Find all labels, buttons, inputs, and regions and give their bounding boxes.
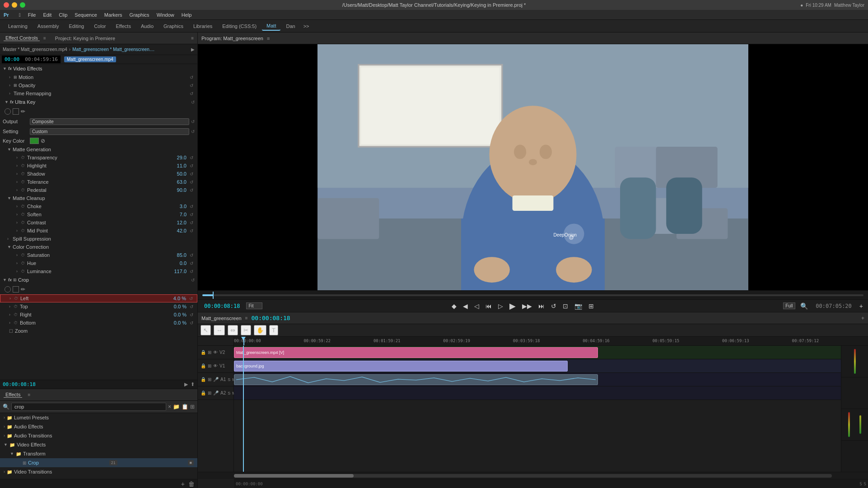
pedestal-stopwatch[interactable]: ⏱ [21, 188, 26, 192]
menu-help[interactable]: Help [182, 12, 192, 18]
contrast-reset[interactable]: ↺ [188, 220, 195, 225]
zoom-in-button[interactable]: 🔍 [799, 302, 809, 310]
shadow-stopwatch[interactable]: ⏱ [21, 172, 26, 176]
top-reset[interactable]: ↺ [188, 304, 195, 309]
matte-cleanup-toggle[interactable]: ▼ [7, 196, 12, 200]
tab-dan[interactable]: Dan [281, 22, 299, 30]
tab-matt[interactable]: Matt [262, 22, 280, 31]
tab-color[interactable]: Color [89, 22, 110, 30]
v2-lock-icon[interactable]: 🔒 [201, 350, 206, 355]
find-icon[interactable]: ⊞ [190, 404, 195, 410]
luminance-stopwatch[interactable]: ⏱ [21, 269, 26, 274]
tolerance-stopwatch[interactable]: ⏱ [21, 180, 26, 184]
tool-rolling[interactable]: ⇔ [228, 325, 238, 335]
time-remap-reset[interactable]: ↺ [188, 91, 195, 96]
bottom-value[interactable]: 0.0 % [159, 320, 187, 325]
clear-search-button[interactable]: × [168, 404, 171, 410]
clip-badge[interactable]: Matt_greenscreen.mp4 [64, 56, 116, 62]
tolerance-reset[interactable]: ↺ [188, 180, 195, 185]
play-button[interactable]: ▶ [508, 301, 517, 311]
spill-sup-section[interactable]: › Spill Suppression [0, 235, 197, 243]
motion-toggle[interactable]: › [9, 75, 14, 79]
fit-selector[interactable]: Fit25%50%100% [246, 302, 262, 309]
step-fwd-1-button[interactable]: ▷ [497, 302, 504, 310]
h-scrollbar[interactable] [234, 474, 832, 478]
tool-razor[interactable]: ✂ [241, 325, 251, 335]
play-fwd-button[interactable]: ▶▶ [521, 302, 533, 310]
saturation-value[interactable]: 85.0 [159, 252, 187, 258]
square-shape[interactable] [13, 108, 19, 115]
shadow-toggle[interactable]: › [16, 172, 21, 176]
shadow-reset[interactable]: ↺ [188, 172, 195, 177]
audio-effects-folder[interactable]: › 📁 Audio Effects [0, 422, 197, 431]
tab-audio[interactable]: Audio [136, 22, 158, 30]
ec-export-button[interactable]: ⬆ [191, 381, 195, 387]
choke-toggle[interactable]: › [16, 204, 21, 209]
spill-sup-toggle[interactable]: › [7, 237, 12, 241]
transparency-toggle[interactable]: › [16, 155, 21, 160]
opacity-row[interactable]: › ⊞ Opacity ↺ [0, 81, 197, 89]
v2-sync-icon[interactable]: ⊞ [208, 350, 211, 355]
tab-graphics[interactable]: Graphics [159, 22, 188, 30]
highlight-value[interactable]: 11.0 [159, 163, 187, 168]
ec-play-button[interactable]: ▶ [184, 381, 188, 387]
transparency-stopwatch[interactable]: ⏱ [21, 155, 26, 160]
pedestal-value[interactable]: 90.0 [159, 187, 187, 193]
play-icon[interactable]: ▶ [191, 47, 195, 52]
tab-editing[interactable]: Editing [65, 22, 89, 30]
choke-reset[interactable]: ↺ [188, 204, 195, 209]
timeline-timecode[interactable]: 00:00:08:18 [252, 315, 290, 321]
hue-toggle[interactable]: › [16, 261, 21, 265]
top-stopwatch[interactable]: ⏱ [14, 304, 19, 309]
effects-add-button[interactable]: + [181, 480, 185, 488]
transparency-value[interactable]: 29.0 [159, 155, 187, 160]
matte-cleanup-section[interactable]: ▼ Matte Cleanup [0, 194, 197, 202]
bottom-reset[interactable]: ↺ [188, 321, 195, 325]
time-remap-row[interactable]: › Time Remapping ↺ [0, 89, 197, 98]
source-clip-name[interactable]: Matt_greenscreen * Matt_greenscreen.... [72, 47, 154, 52]
a1-mic-icon[interactable]: 🎤 [213, 377, 219, 382]
effects-search-input[interactable] [11, 403, 166, 411]
left-stopwatch[interactable]: ⏱ [14, 296, 19, 301]
add-track-button[interactable]: + [858, 302, 864, 310]
ultra-key-section[interactable]: ▼ fx Ultra Key ↺ [0, 98, 197, 107]
video-transitions-folder[interactable]: › 📁 Video Transitions [0, 467, 197, 476]
insert-button[interactable]: ⊞ [587, 302, 595, 310]
traffic-lights[interactable] [4, 2, 25, 8]
go-to-out-button[interactable]: ⏭ [537, 302, 546, 310]
mid-point-stopwatch[interactable]: ⏱ [21, 228, 26, 233]
video-effects-folder[interactable]: ▼ 📁 Video Effects [0, 440, 197, 449]
v1-lock-icon[interactable]: 🔒 [201, 363, 206, 368]
a2-sync-icon[interactable]: ⊞ [208, 390, 211, 395]
menu-sequence[interactable]: Sequence [75, 12, 97, 18]
tool-ripple[interactable]: ↔ [214, 325, 225, 335]
contrast-toggle[interactable]: › [16, 220, 21, 225]
top-value[interactable]: 0.0 % [159, 304, 187, 309]
soften-stopwatch[interactable]: ⏱ [21, 212, 26, 217]
loop-button[interactable]: ↺ [550, 302, 558, 310]
add-marker-button[interactable]: ◆ [450, 302, 458, 310]
matte-gen-toggle[interactable]: ▼ [7, 147, 12, 152]
go-to-in-button[interactable]: ⏮ [484, 302, 493, 310]
output-select[interactable]: Composite Alpha Channel Color Channel [30, 118, 189, 125]
tool-hand[interactable]: ✋ [254, 325, 266, 335]
a1-clip[interactable] [234, 374, 598, 385]
soften-reset[interactable]: ↺ [188, 212, 195, 217]
soften-toggle[interactable]: › [16, 212, 21, 217]
bottom-stopwatch[interactable]: ⏱ [14, 321, 19, 325]
new-bin-icon[interactable]: 📋 [182, 404, 188, 410]
timeline-add-button[interactable]: + [861, 315, 864, 321]
saturation-toggle[interactable]: › [16, 253, 21, 257]
h-scrollbar-thumb[interactable] [234, 474, 354, 478]
pedestal-reset[interactable]: ↺ [188, 188, 195, 193]
crop-section[interactable]: ▼ fx ⊞ Crop ↺ [0, 275, 197, 284]
opacity-reset[interactable]: ↺ [188, 83, 195, 88]
menu-window[interactable]: Window [157, 12, 174, 18]
new-folder-icon[interactable]: 📁 [173, 404, 180, 410]
motion-reset[interactable]: ↺ [188, 75, 195, 80]
v1-sync-icon[interactable]: ⊞ [208, 363, 211, 368]
highlight-stopwatch[interactable]: ⏱ [21, 163, 26, 168]
color-correct-toggle[interactable]: ▼ [7, 245, 12, 249]
panel-options-icon[interactable]: ≡ [191, 36, 194, 41]
left-value[interactable]: 4.0 % [159, 296, 186, 301]
